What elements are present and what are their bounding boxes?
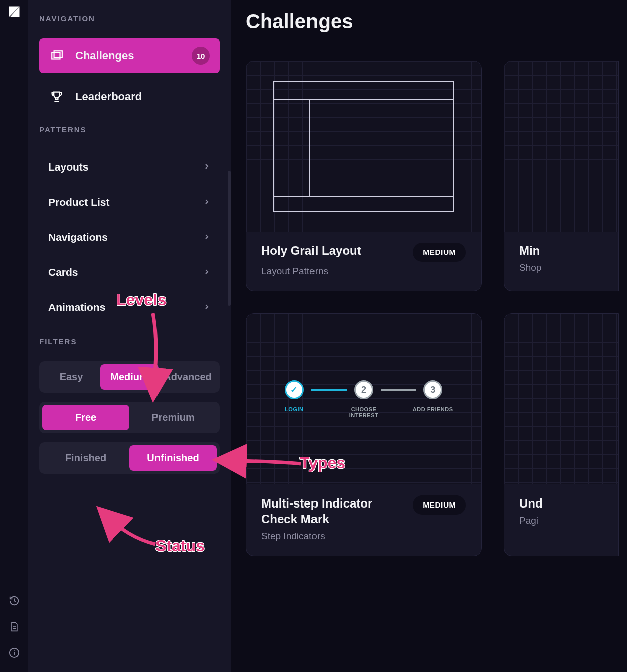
pattern-item-layouts[interactable]: Layouts (39, 149, 220, 185)
card-title: Multi-step Indicator Check Mark (261, 495, 406, 527)
card-preview (504, 314, 618, 484)
card-subtitle: Layout Patterns (261, 266, 466, 277)
challenge-card-partial-2[interactable]: Und Pagi (504, 313, 619, 556)
difficulty-badge: MEDIUM (413, 495, 466, 515)
step-indicator-icon: ✓ LOGIN 2 CHOOSE INTEREST 3 ADD FRIENDS (267, 380, 460, 418)
icon-rail (0, 0, 28, 672)
challenges-count-badge: 10 (192, 47, 210, 65)
challenge-card-multi-step[interactable]: ✓ LOGIN 2 CHOOSE INTEREST 3 ADD FRIENDS (246, 313, 482, 556)
info-icon[interactable] (8, 647, 20, 659)
svg-rect-8 (52, 53, 60, 59)
filter-level-advanced[interactable]: Advanced (159, 364, 217, 390)
card-title: Min (519, 243, 618, 258)
challenge-card-holy-grail[interactable]: Holy Grail Layout MEDIUM Layout Patterns (246, 61, 482, 291)
step-label: LOGIN (285, 406, 303, 412)
history-icon[interactable] (8, 595, 20, 607)
section-label-patterns: PATTERNS (39, 125, 220, 143)
nav-item-label: Challenges (75, 49, 134, 62)
step-number: 3 (423, 380, 442, 399)
trophy-icon (49, 89, 64, 104)
chevron-right-icon (203, 196, 211, 208)
pattern-item-product-list[interactable]: Product List (39, 185, 220, 220)
pattern-label: Cards (48, 266, 78, 278)
card-preview (246, 61, 481, 232)
challenge-card-partial-1[interactable]: Min Shop (504, 61, 619, 291)
layout-wireframe-icon (273, 81, 454, 212)
section-label-navigation: NAVIGATION (39, 14, 220, 32)
filter-status-unfinished[interactable]: Unfinished (129, 445, 217, 471)
section-label-filters: FILTERS (39, 337, 220, 355)
chevron-right-icon (203, 301, 211, 313)
chevron-right-icon (203, 161, 211, 173)
filter-level-easy[interactable]: Easy (42, 364, 100, 390)
pattern-item-cards[interactable]: Cards (39, 255, 220, 290)
svg-point-7 (14, 650, 15, 651)
step-number: 2 (354, 380, 373, 399)
card-title: Holy Grail Layout (261, 243, 406, 258)
sidebar: NAVIGATION Challenges 10 Leaderboard PAT… (28, 0, 231, 672)
card-subtitle: Step Indicators (261, 531, 466, 542)
pattern-item-animations[interactable]: Animations (39, 290, 220, 325)
step-label: CHOOSE INTEREST (337, 406, 391, 418)
chevron-right-icon (203, 231, 211, 243)
pattern-label: Animations (48, 301, 105, 313)
filter-level-medium[interactable]: Medium (100, 364, 159, 390)
pattern-label: Product List (48, 196, 110, 208)
document-icon[interactable] (8, 621, 20, 633)
filter-type-free[interactable]: Free (42, 405, 129, 430)
app-logo[interactable] (7, 4, 22, 19)
card-subtitle: Shop (519, 262, 618, 273)
filter-group-levels: Easy Medium Advanced (39, 361, 220, 393)
chevron-right-icon (203, 266, 211, 278)
nav-item-challenges[interactable]: Challenges 10 (39, 38, 220, 73)
nav-item-leaderboard[interactable]: Leaderboard (39, 79, 220, 114)
svg-rect-9 (54, 51, 62, 57)
pattern-item-navigations[interactable]: Navigations (39, 220, 220, 255)
page-title: Challenges (246, 10, 627, 33)
card-title: Und (519, 495, 618, 511)
pattern-label: Layouts (48, 161, 89, 173)
nav-item-label: Leaderboard (75, 90, 142, 103)
main-content: Challenges Holy Grail Layout MEDIUM Layo… (231, 0, 627, 672)
filter-status-finished[interactable]: Finished (42, 445, 129, 471)
step-label: ADD FRIENDS (413, 406, 453, 412)
challenges-icon (49, 48, 64, 63)
filter-group-types: Free Premium (39, 402, 220, 433)
pattern-label: Navigations (48, 231, 108, 243)
card-subtitle: Pagi (519, 515, 618, 526)
card-preview (504, 61, 618, 232)
difficulty-badge: MEDIUM (413, 243, 466, 262)
filter-group-status: Finished Unfinished (39, 442, 220, 474)
card-preview: ✓ LOGIN 2 CHOOSE INTEREST 3 ADD FRIENDS (246, 314, 481, 484)
filter-type-premium[interactable]: Premium (129, 405, 217, 430)
